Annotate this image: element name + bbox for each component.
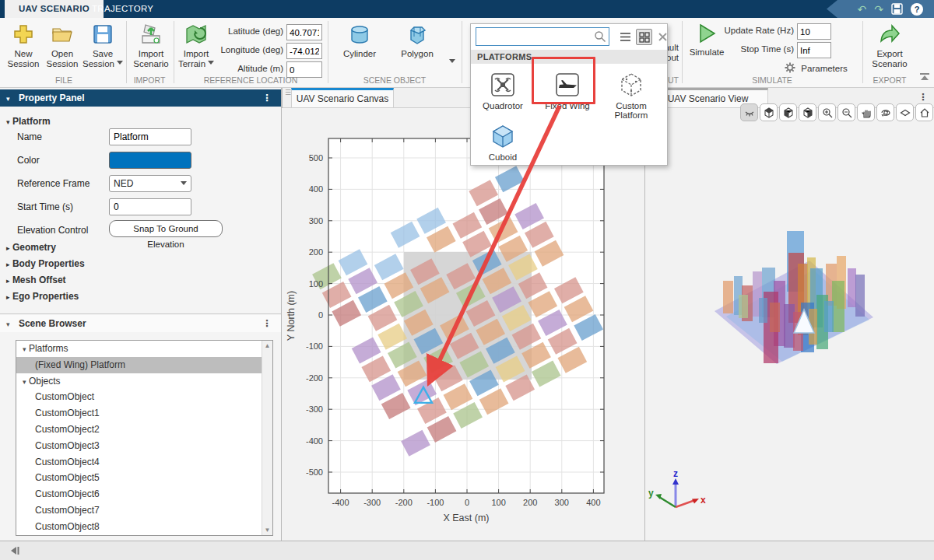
tree-item-custom-object[interactable]: CustomObject5 [16, 470, 272, 486]
polygon-label: Polygon [394, 49, 441, 59]
cylinder-button[interactable]: Cylinder [338, 24, 381, 59]
gallery-item-quadrotor[interactable]: Quadrotor [477, 72, 528, 110]
uav-scenario-canvas[interactable]: -400-300-200-1000100200300400-500-400-30… [282, 108, 644, 541]
save-icon[interactable] [891, 3, 903, 15]
chevron-down-icon [117, 61, 123, 68]
color-swatch[interactable] [109, 152, 191, 169]
tree-item-custom-object[interactable]: CustomObject8 [16, 519, 272, 535]
export-section-label: EXPORT [864, 75, 915, 85]
name-field[interactable] [109, 128, 191, 145]
ego-properties-group[interactable]: ▸ Ego Properties [6, 291, 79, 302]
custom-platform-label: Custom Platform [600, 101, 662, 120]
altitude-label: Altitude (m) [218, 64, 283, 73]
scene-browser-header[interactable]: ▾ Scene Browser ⋮ [0, 315, 281, 332]
save-session-icon [91, 23, 114, 46]
gallery-expand-button[interactable] [447, 57, 455, 68]
platform-group-header[interactable]: ▾ Platform [6, 116, 51, 127]
tree-item-custom-object[interactable]: CustomObject1 [16, 405, 272, 422]
zoom-out-icon[interactable] [837, 103, 855, 121]
svg-text:0: 0 [465, 498, 469, 507]
scroll-up-icon[interactable]: ▲ [262, 342, 272, 349]
undo-icon[interactable]: ↶ [858, 2, 867, 17]
simulate-section-label: SIMULATE [685, 75, 859, 85]
latitude-field[interactable] [286, 24, 322, 40]
tree-group-platforms[interactable]: ▾ Platforms [16, 341, 272, 357]
mesh-offset-group[interactable]: ▸ Mesh Offset [6, 275, 66, 285]
pan-hand-icon[interactable] [857, 103, 875, 121]
import-scenario-button[interactable]: Import Scenario [131, 23, 171, 69]
panel-menu-icon[interactable]: ⋮ [918, 92, 928, 103]
body-properties-group[interactable]: ▸ Body Properties [6, 258, 85, 269]
ribbon-toolstrip: New Session Open Session Save Session FI… [0, 18, 934, 88]
tree-group-objects[interactable]: ▾ Objects [16, 373, 272, 390]
panel-menu-icon[interactable]: ⋮ [262, 315, 272, 332]
save-session-label: Save Session [81, 49, 125, 69]
view-cube-top-icon[interactable] [760, 103, 778, 121]
view-cube-side-icon[interactable] [779, 103, 797, 121]
hide-toolbar-eye-icon[interactable] [740, 103, 758, 121]
home-restore-view-icon[interactable] [915, 103, 933, 121]
status-bar [0, 541, 934, 560]
save-session-button[interactable]: Save Session [81, 23, 125, 69]
cylinder-label: Cylinder [338, 49, 381, 59]
snap-to-ground-elevation-button[interactable]: Snap To Ground Elevation [109, 220, 223, 237]
tree-item-custom-object[interactable]: CustomObject2 [16, 422, 272, 438]
quick-access-toolbar: ↶ ↷ ? [827, 0, 934, 18]
update-rate-field[interactable] [797, 23, 831, 40]
longitude-field[interactable] [286, 43, 322, 59]
gallery-item-cuboid[interactable]: Cuboid [477, 124, 528, 162]
collapse-ribbon-button[interactable] [918, 72, 931, 84]
stop-time-field[interactable] [797, 42, 831, 58]
geometry-group[interactable]: ▸ Geometry [6, 242, 56, 253]
open-session-button[interactable]: Open Session [44, 23, 81, 69]
gallery-item-custom-platform[interactable]: Custom Platform [600, 72, 662, 120]
scroll-down-icon[interactable]: ▼ [262, 527, 272, 534]
scene-object-section-label: SCENE OBJECT [330, 75, 459, 85]
tree-item-custom-object[interactable]: CustomObject [16, 389, 272, 405]
property-panel-title: Property Panel [19, 93, 85, 103]
axis-y-label: y [648, 488, 654, 499]
tab-uav-scenario-canvas[interactable]: UAV Scenario Canvas [291, 88, 394, 108]
tree-scrollbar[interactable]: ▲ ▼ [262, 341, 272, 535]
uav-scenario-view[interactable]: z x y [645, 108, 934, 541]
grid-view-icon[interactable] [636, 29, 652, 45]
section-divider [174, 21, 174, 83]
rotate-3d-icon[interactable] [876, 103, 894, 121]
polygon-button[interactable]: Polygon [394, 24, 441, 59]
collapse-left-icon[interactable] [9, 546, 20, 555]
tab-trajectory[interactable]: TRAJECTORY [78, 0, 167, 18]
gallery-search-input[interactable] [476, 27, 609, 46]
reference-frame-select[interactable]: NED [109, 175, 191, 192]
tree-item-custom-object[interactable]: CustomObject4 [16, 454, 272, 471]
latitude-label: Latitude (deg) [218, 26, 283, 36]
redo-icon[interactable]: ↷ [874, 2, 883, 17]
panel-menu-icon[interactable]: ⋮ [262, 89, 272, 107]
scene-browser-tree: ▾ Platforms (Fixed Wing) Platform ▾ Obje… [16, 340, 273, 536]
help-icon[interactable]: ? [911, 3, 923, 16]
close-icon[interactable] [655, 29, 671, 45]
tree-item-custom-object[interactable]: CustomObject7 [16, 502, 272, 519]
view-cube-iso-icon[interactable] [799, 103, 816, 121]
new-session-button[interactable]: New Session [5, 23, 42, 69]
tree-item-fixed-wing-platform[interactable]: (Fixed Wing) Platform [16, 357, 272, 373]
polygon-icon [404, 24, 430, 46]
custom-platform-icon [619, 72, 644, 97]
objects-list: CustomObjectCustomObject1CustomObject2Cu… [16, 389, 272, 534]
export-scenario-icon [878, 23, 901, 46]
property-panel-header[interactable]: ▾ Property Panel ⋮ [0, 89, 281, 107]
parameters-button[interactable]: Parameters [785, 62, 848, 74]
cuboid-label: Cuboid [477, 152, 528, 162]
import-terrain-label: Import Terrain [177, 49, 215, 69]
import-terrain-icon [184, 23, 208, 46]
list-view-icon[interactable] [617, 29, 634, 45]
export-scenario-button[interactable]: Export Scenario [867, 23, 912, 69]
tree-item-custom-object[interactable]: CustomObject3 [16, 438, 272, 454]
start-time-field[interactable] [109, 198, 191, 215]
tree-item-custom-object[interactable]: CustomObject6 [16, 486, 272, 502]
drag-handle-icon[interactable]: ☰ [285, 91, 290, 95]
import-terrain-button[interactable]: Import Terrain [177, 23, 215, 69]
svg-text:-400: -400 [332, 498, 349, 507]
flat-view-icon[interactable] [896, 103, 914, 121]
title-bar: UAV SCENARIO TRAJECTORY ↶ ↷ ? [0, 0, 934, 18]
zoom-in-icon[interactable] [818, 103, 836, 121]
